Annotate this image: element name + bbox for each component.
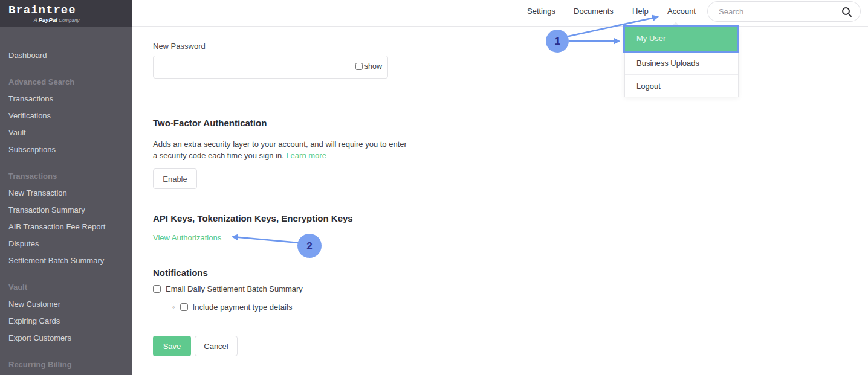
sidebar-section-advanced-search: Advanced Search <box>0 74 132 91</box>
two-factor-description: Adds an extra security layer to your acc… <box>153 138 413 161</box>
search-icon[interactable] <box>841 7 852 18</box>
api-keys-title: API Keys, Tokenization Keys, Encryption … <box>153 213 353 223</box>
annotation-badge-1 <box>546 30 569 53</box>
sidebar-item-settlement-batch-summary[interactable]: Settlement Batch Summary <box>0 252 132 269</box>
braintree-logo: Braintree A PayPal Company <box>0 0 132 27</box>
search-input[interactable] <box>719 2 837 21</box>
logo-tagline: A PayPal Company <box>34 16 132 23</box>
show-password-checkbox[interactable] <box>355 63 363 70</box>
logo-brand-text: Braintree <box>8 4 132 17</box>
view-authorizations-link[interactable]: View Authorizations <box>153 233 221 242</box>
sidebar: Braintree A PayPal Company Dashboard Adv… <box>0 0 132 375</box>
two-factor-title: Two-Factor Authentication <box>153 118 267 128</box>
sidebar-item-export-customers[interactable]: Export Customers <box>0 330 132 347</box>
payment-type-details-checkbox[interactable] <box>180 303 188 311</box>
payment-type-details-row: ◦ Include payment type details <box>172 303 292 312</box>
sidebar-section-transactions: Transactions <box>0 168 132 185</box>
sidebar-item-disputes[interactable]: Disputes <box>0 236 132 252</box>
sub-item-bullet: ◦ <box>172 303 175 312</box>
annotation-badge-1-number: 1 <box>554 36 560 47</box>
enable-two-factor-button[interactable]: Enable <box>153 168 197 189</box>
logo-tagline-suffix: Company <box>57 18 79 23</box>
learn-more-link[interactable]: Learn more <box>286 151 326 160</box>
cancel-button[interactable]: Cancel <box>195 336 238 356</box>
sidebar-item-expiring-cards[interactable]: Expiring Cards <box>0 313 132 330</box>
menu-item-my-user[interactable]: My User <box>623 25 739 53</box>
sidebar-item-vault[interactable]: Vault <box>0 124 132 141</box>
nav-documents[interactable]: Documents <box>574 7 614 16</box>
sidebar-item-transactions[interactable]: Transactions <box>0 91 132 107</box>
nav-help[interactable]: Help <box>632 7 649 16</box>
new-password-field: show <box>153 56 388 79</box>
sidebar-item-new-transaction[interactable]: New Transaction <box>0 185 132 202</box>
annotation-badge-2-number: 2 <box>306 240 312 252</box>
sidebar-item-new-customer[interactable]: New Customer <box>0 296 132 313</box>
logo-tagline-paypal: PayPal <box>39 16 57 23</box>
sidebar-item-dashboard[interactable]: Dashboard <box>0 47 132 64</box>
email-daily-summary-row: Email Daily Settlement Batch Summary <box>153 284 303 293</box>
save-button[interactable]: Save <box>153 336 191 356</box>
menu-item-logout[interactable]: Logout <box>625 74 738 97</box>
two-factor-description-text: Adds an extra security layer to your acc… <box>153 139 407 160</box>
annotation-arrow-2 <box>233 237 299 243</box>
notifications-title: Notifications <box>153 268 208 278</box>
new-password-label: New Password <box>153 42 206 51</box>
nav-settings[interactable]: Settings <box>527 7 555 16</box>
sidebar-item-verifications[interactable]: Verifications <box>0 107 132 124</box>
menu-item-business-uploads[interactable]: Business Uploads <box>625 51 738 74</box>
sidebar-nav: Dashboard Advanced Search Transactions V… <box>0 27 132 373</box>
search-box <box>707 1 861 22</box>
sidebar-section-vault: Vault <box>0 279 132 296</box>
sidebar-item-subscriptions[interactable]: Subscriptions <box>0 141 132 158</box>
nav-account[interactable]: Account <box>667 7 696 16</box>
show-password-label: show <box>364 62 382 71</box>
sidebar-item-aib-transaction-fee-report[interactable]: AIB Transaction Fee Report <box>0 219 132 236</box>
email-daily-summary-label: Email Daily Settlement Batch Summary <box>166 284 303 293</box>
new-password-input[interactable] <box>153 56 388 79</box>
braintree-app: Braintree A PayPal Company Dashboard Adv… <box>0 0 868 375</box>
show-password-control: show <box>355 62 382 71</box>
payment-type-details-label: Include payment type details <box>193 303 293 312</box>
logo-tagline-prefix: A <box>34 17 39 23</box>
sidebar-item-transaction-summary[interactable]: Transaction Summary <box>0 202 132 219</box>
menu-item-my-user-label: My User <box>625 27 737 51</box>
email-daily-summary-checkbox[interactable] <box>153 285 161 293</box>
sidebar-section-recurring-billing: Recurring Billing <box>0 356 132 373</box>
annotation-badge-2 <box>297 234 322 258</box>
top-header: Settings Documents Help Account <box>132 0 868 27</box>
